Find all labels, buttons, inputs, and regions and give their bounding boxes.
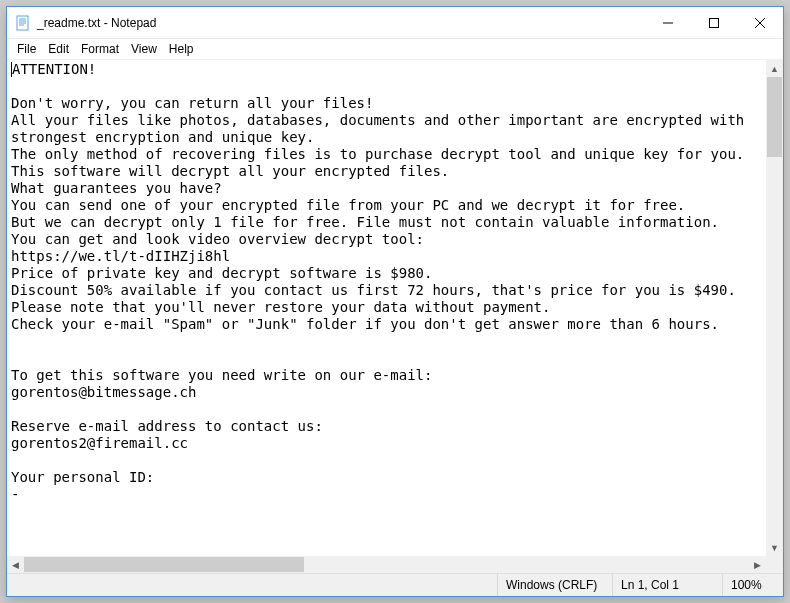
menu-help[interactable]: Help (163, 41, 200, 57)
statusbar: Windows (CRLF) Ln 1, Col 1 100% (7, 573, 783, 596)
status-encoding: Windows (CRLF) (498, 574, 613, 596)
titlebar[interactable]: _readme.txt - Notepad (7, 7, 783, 39)
window-controls (645, 7, 783, 38)
menu-edit[interactable]: Edit (42, 41, 75, 57)
window-title: _readme.txt - Notepad (37, 16, 645, 30)
menu-file[interactable]: File (11, 41, 42, 57)
menu-view[interactable]: View (125, 41, 163, 57)
menubar: File Edit Format View Help (7, 39, 783, 59)
minimize-button[interactable] (645, 7, 691, 38)
scroll-left-button[interactable]: ◀ (7, 556, 24, 573)
horizontal-scroll-track[interactable] (24, 556, 749, 573)
editor-area: ATTENTION! Don't worry, you can return a… (7, 59, 783, 573)
vertical-scroll-thumb[interactable] (767, 77, 782, 157)
vertical-scroll-track[interactable] (766, 77, 783, 539)
menu-format[interactable]: Format (75, 41, 125, 57)
horizontal-scrollbar[interactable]: ◀ ▶ (7, 556, 766, 573)
close-button[interactable] (737, 7, 783, 38)
scroll-down-button[interactable]: ▼ (766, 539, 783, 556)
horizontal-scroll-thumb[interactable] (24, 557, 304, 572)
scroll-up-button[interactable]: ▲ (766, 60, 783, 77)
svg-rect-6 (710, 18, 719, 27)
status-spacer (7, 574, 498, 596)
vertical-scrollbar[interactable]: ▲ ▼ (766, 60, 783, 556)
maximize-button[interactable] (691, 7, 737, 38)
text-editor[interactable]: ATTENTION! Don't worry, you can return a… (7, 60, 766, 556)
notepad-icon (15, 15, 31, 31)
notepad-window: _readme.txt - Notepad File Edit Format V… (6, 6, 784, 597)
scroll-corner (766, 556, 783, 573)
status-position: Ln 1, Col 1 (613, 574, 723, 596)
status-zoom: 100% (723, 574, 783, 596)
text-caret (11, 62, 12, 77)
scroll-right-button[interactable]: ▶ (749, 556, 766, 573)
